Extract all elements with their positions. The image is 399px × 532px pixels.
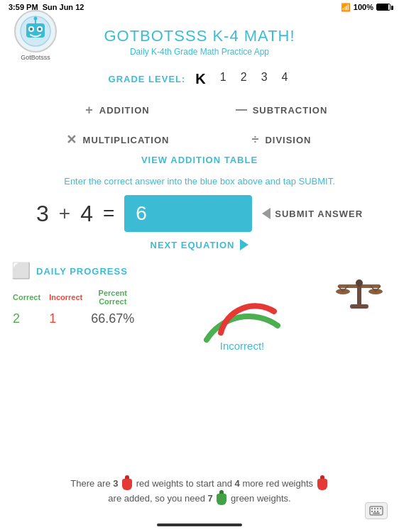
robot-avatar-svg	[19, 15, 52, 48]
app-title: GOTBOTSSS K-4 MATH!	[0, 27, 399, 45]
svg-rect-20	[374, 508, 376, 509]
grade-option-K[interactable]: K	[192, 70, 208, 89]
bottom-num3: 7	[208, 493, 213, 504]
progress-row: 2 1 66.67%	[13, 309, 141, 326]
svg-rect-26	[373, 513, 380, 514]
equation-num1: 3	[36, 201, 49, 227]
bottom-text-part1: There are	[70, 478, 110, 489]
avatar-container: GotBotsss	[14, 10, 57, 61]
progress-header: ⬜ DAILY PROGRESS	[11, 262, 153, 280]
submit-triangle-icon	[262, 208, 270, 219]
minus-icon	[236, 109, 247, 111]
td-percent: 66.67%	[91, 309, 141, 326]
answer-input[interactable]	[124, 195, 252, 232]
next-label: NEXT EQUATION	[151, 240, 235, 250]
bottom-text-part4: are added, so you need	[108, 493, 205, 504]
avatar-circle	[14, 10, 57, 52]
svg-rect-9	[357, 284, 361, 306]
bottom-text: There are 3 red weights to start and 4 m…	[0, 477, 399, 506]
submit-button[interactable]: SUBMIT ANSWER	[262, 208, 363, 219]
tablet-icon: ⬜	[11, 262, 31, 280]
progress-table: Correct Incorrect Percent Correct 2 1 66…	[11, 286, 143, 328]
scale-area	[331, 262, 388, 311]
grade-label: GRADE LEVEL:	[109, 74, 186, 84]
svg-rect-21	[377, 508, 378, 509]
svg-rect-22	[380, 508, 381, 509]
svg-point-5	[38, 28, 41, 31]
progress-title: DAILY PROGRESS	[36, 266, 128, 277]
bottom-num1: 3	[113, 478, 118, 489]
grade-option-1[interactable]: 1	[217, 70, 229, 89]
grade-option-2[interactable]: 2	[238, 70, 250, 89]
bottom-text-part5: green weights.	[231, 493, 291, 504]
instruction-text: Enter the correct answer into the blue b…	[0, 176, 399, 187]
grade-level-row: GRADE LEVEL: K 1 2 3 4	[0, 70, 399, 89]
grade-option-3[interactable]: 3	[258, 70, 270, 89]
home-indicator	[157, 523, 242, 526]
view-table-link[interactable]: VIEW ADDITION TABLE	[0, 153, 399, 166]
battery-icon	[376, 4, 390, 11]
keyboard-icon	[369, 506, 383, 516]
gauge-status-label: Incorrect!	[220, 340, 265, 352]
grade-options: K 1 2 3 4	[192, 70, 290, 89]
gauge-svg	[192, 262, 292, 347]
svg-point-7	[34, 17, 38, 21]
svg-rect-23	[371, 511, 373, 512]
bottom-text-part3: more red weights	[242, 478, 313, 489]
svg-rect-25	[377, 511, 378, 512]
th-percent: Percent Correct	[91, 287, 141, 307]
multiplication-label: MULTIPLICATION	[83, 135, 170, 145]
operations-grid: + ADDITION SUBTRACTION ✕ MULTIPLICATION …	[43, 103, 356, 148]
division-label: DIVISION	[265, 135, 311, 145]
svg-point-4	[30, 28, 33, 31]
times-icon: ✕	[66, 132, 77, 148]
bottom-text-part2: red weights to start and	[136, 478, 232, 489]
division-button[interactable]: ÷ DIVISION	[207, 132, 356, 148]
td-correct: 2	[13, 309, 48, 326]
td-incorrect: 1	[49, 309, 89, 326]
status-icons: 📶 100%	[341, 3, 390, 12]
plus-icon: +	[85, 103, 94, 118]
th-correct: Correct	[13, 287, 48, 307]
progress-panel: ⬜ DAILY PROGRESS Correct Incorrect Perce…	[11, 262, 153, 328]
bottom-num2: 4	[235, 478, 240, 489]
subtraction-label: SUBTRACTION	[253, 105, 328, 116]
equation-equals: =	[103, 202, 114, 225]
avatar-label: GotBotsss	[21, 54, 50, 61]
svg-rect-10	[350, 304, 368, 309]
equation-operator: +	[59, 202, 70, 225]
balance-scale-icon	[334, 269, 384, 311]
th-incorrect: Incorrect	[49, 287, 89, 307]
svg-rect-19	[371, 508, 373, 509]
subtraction-button[interactable]: SUBTRACTION	[207, 103, 356, 118]
grade-option-4[interactable]: 4	[279, 70, 291, 89]
keyboard-button[interactable]	[365, 502, 388, 519]
svg-point-17	[356, 279, 363, 287]
submit-label: SUBMIT ANSWER	[275, 209, 363, 219]
next-triangle-icon	[240, 239, 248, 250]
equation-row: 3 + 4 = SUBMIT ANSWER	[0, 195, 399, 232]
equation-num2: 4	[80, 201, 93, 227]
svg-rect-24	[374, 511, 376, 512]
gauge-area: Incorrect!	[153, 262, 331, 352]
bottom-area: ⬜ DAILY PROGRESS Correct Incorrect Perce…	[0, 262, 399, 352]
battery-percent: 100%	[354, 3, 373, 11]
addition-label: ADDITION	[99, 105, 150, 116]
divide-icon: ÷	[252, 133, 260, 148]
status-bar: 3:59 PM Sun Jun 12 📶 100%	[0, 0, 399, 14]
next-equation-button[interactable]: NEXT EQUATION	[0, 239, 399, 250]
multiplication-button[interactable]: ✕ MULTIPLICATION	[43, 132, 192, 148]
header: GOTBOTSSS K-4 MATH! Daily K-4th Grade Ma…	[0, 14, 399, 60]
app-subtitle: Daily K-4th Grade Math Practice App	[0, 47, 399, 57]
signal-icon: 📶	[341, 3, 351, 12]
addition-button[interactable]: + ADDITION	[43, 103, 192, 118]
